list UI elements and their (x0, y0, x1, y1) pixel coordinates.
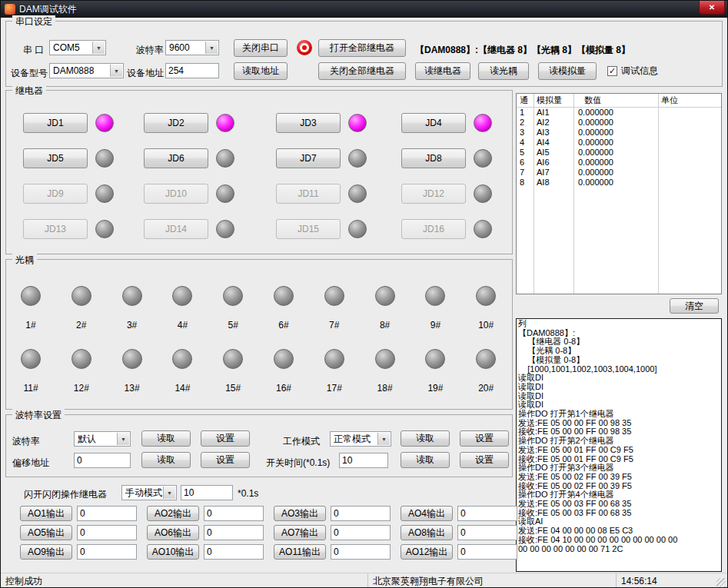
ao-button-7[interactable]: AO7输出 (274, 525, 326, 540)
set-offset-button[interactable]: 设置 (201, 452, 250, 468)
ao-input-2[interactable] (204, 506, 264, 521)
relay-button-jd15[interactable]: JD15 (276, 219, 341, 239)
baud-select[interactable]: 9600 ▼ (165, 40, 219, 55)
ao-input-6[interactable] (204, 525, 264, 540)
opto-label-15: 15# (216, 383, 250, 394)
relay-button-jd8[interactable]: JD8 (401, 148, 466, 168)
analog-col-header: 模拟量 (534, 94, 573, 107)
read-analog-button[interactable]: 读模拟量 (538, 62, 597, 80)
ao-input-7[interactable] (331, 525, 391, 540)
close-button[interactable]: ✕ (699, 1, 725, 15)
analog-col-header: 通 (517, 94, 534, 107)
relay-button-jd7[interactable]: JD7 (276, 148, 341, 168)
ao-button-5[interactable]: AO5输出 (20, 525, 72, 540)
opto-led-1 (21, 286, 41, 306)
read-offset-button[interactable]: 读取 (141, 452, 191, 468)
opto-led-15 (223, 349, 243, 369)
set-workmode-button[interactable]: 设置 (460, 430, 509, 447)
ao-button-10[interactable]: AO10输出 (147, 544, 199, 560)
relay-button-jd12[interactable]: JD12 (401, 184, 466, 204)
baud-setting-select[interactable]: 默认 ▼ (74, 431, 131, 447)
set-switchtime-button[interactable]: 设置 (460, 452, 509, 468)
relay-group-title: 继电器 (12, 85, 46, 98)
ao-button-6[interactable]: AO6输出 (147, 525, 199, 540)
opto-led-3 (122, 286, 142, 306)
relay-button-jd2[interactable]: JD2 (144, 113, 208, 133)
flash-time-input[interactable] (181, 485, 233, 500)
relay-button-jd10[interactable]: JD10 (144, 184, 208, 204)
ao-button-1[interactable]: AO1输出 (20, 506, 72, 521)
ao-button-3[interactable]: AO3输出 (274, 506, 326, 521)
set-baud-button[interactable]: 设置 (201, 430, 250, 447)
ao-button-2[interactable]: AO2输出 (147, 506, 199, 521)
offset-input[interactable] (74, 453, 131, 468)
relay-led-14 (216, 220, 234, 238)
ao-input-10[interactable] (204, 544, 264, 560)
clear-log-button[interactable]: 清空 (670, 298, 719, 314)
ao-input-8[interactable] (457, 525, 517, 540)
ao-input-11[interactable] (331, 544, 391, 560)
analog-row: 2AI20.000000 (517, 118, 721, 128)
relay-button-jd11[interactable]: JD11 (276, 184, 341, 204)
relay-button-jd3[interactable]: JD3 (276, 113, 341, 133)
flash-mode-select[interactable]: 手动模式 ▼ (121, 485, 177, 500)
switch-time-input[interactable] (339, 453, 388, 468)
opto-label-18: 18# (368, 383, 402, 394)
open-all-relays-button[interactable]: 打开全部继电器 (318, 39, 406, 57)
opto-label-3: 3# (115, 320, 149, 331)
read-switchtime-button[interactable]: 读取 (401, 452, 450, 468)
relay-button-jd5[interactable]: JD5 (23, 148, 88, 168)
relay-led-12 (474, 184, 492, 203)
ao-input-5[interactable] (77, 525, 137, 540)
read-workmode-button[interactable]: 读取 (401, 430, 450, 447)
relay-button-jd13[interactable]: JD13 (23, 219, 88, 239)
ao-button-9[interactable]: AO9输出 (20, 544, 72, 560)
relay-button-jd4[interactable]: JD4 (401, 113, 466, 133)
relay-button-jd9[interactable]: JD9 (23, 184, 88, 204)
ao-input-3[interactable] (331, 506, 391, 521)
relay-led-5 (95, 149, 114, 168)
close-icon: ✕ (709, 3, 715, 12)
relay-button-jd6[interactable]: JD6 (144, 148, 208, 168)
opto-label-13: 13# (115, 383, 149, 394)
close-port-button[interactable]: 关闭串口 (234, 39, 288, 57)
ao-input-1[interactable] (77, 506, 137, 521)
read-baud-button[interactable]: 读取 (141, 430, 191, 447)
opto-led-17 (324, 349, 344, 369)
opto-label-17: 17# (317, 383, 351, 394)
relay-led-13 (95, 220, 114, 238)
relay-button-jd16[interactable]: JD16 (401, 219, 466, 239)
log-line: 00 00 00 00 00 00 00 71 2C (518, 545, 721, 554)
debug-log[interactable]: 列【DAM0888】: 【继电器 0-8】 【光耦 0-8】 【模拟量 0-8】… (516, 318, 722, 572)
ao-input-9[interactable] (77, 544, 137, 560)
model-select[interactable]: DAM0888 ▼ (49, 63, 124, 78)
address-input[interactable] (165, 63, 219, 78)
relay-button-jd1[interactable]: JD1 (23, 113, 88, 133)
close-all-relays-button[interactable]: 关闭全部继电器 (318, 62, 406, 80)
log-line: 接收:FE 05 00 03 FF 00 68 35 (518, 509, 721, 518)
ao-button-11[interactable]: AO11输出 (274, 544, 326, 560)
baud-setting-label: 波特率 (12, 435, 40, 448)
relay-led-10 (216, 184, 234, 203)
read-opto-button[interactable]: 读光耦 (478, 62, 529, 80)
analog-row: 5AI50.000000 (517, 148, 721, 158)
ao-input-12[interactable] (457, 544, 517, 560)
relay-led-4 (474, 114, 492, 132)
read-address-button[interactable]: 读取地址 (234, 62, 288, 80)
port-select[interactable]: COM5 ▼ (49, 40, 106, 55)
switch-time-label: 开关时间(*0.1s) (266, 457, 330, 470)
work-mode-select[interactable]: 正常模式 ▼ (330, 431, 391, 447)
ao-input-4[interactable] (457, 506, 517, 521)
log-line: 发送:FE 05 00 03 FF 00 68 35 (518, 500, 721, 509)
relay-led-8 (474, 149, 492, 168)
opto-label-4: 4# (165, 320, 199, 331)
ao-button-12[interactable]: AO12输出 (401, 544, 453, 560)
relay-button-jd14[interactable]: JD14 (144, 219, 208, 239)
debug-info-checkbox[interactable]: ✓ 调试信息 (607, 65, 658, 78)
titlebar[interactable]: DAM调试软件 ✕ (1, 1, 727, 18)
baud-label: 波特率 (136, 44, 164, 57)
ao-button-8[interactable]: AO8输出 (401, 525, 453, 540)
ao-button-4[interactable]: AO4输出 (401, 506, 453, 521)
read-relays-button[interactable]: 读继电器 (415, 62, 470, 80)
analog-table: 通模拟量数值单位 1AI10.0000002AI20.0000003AI30.0… (516, 93, 722, 294)
